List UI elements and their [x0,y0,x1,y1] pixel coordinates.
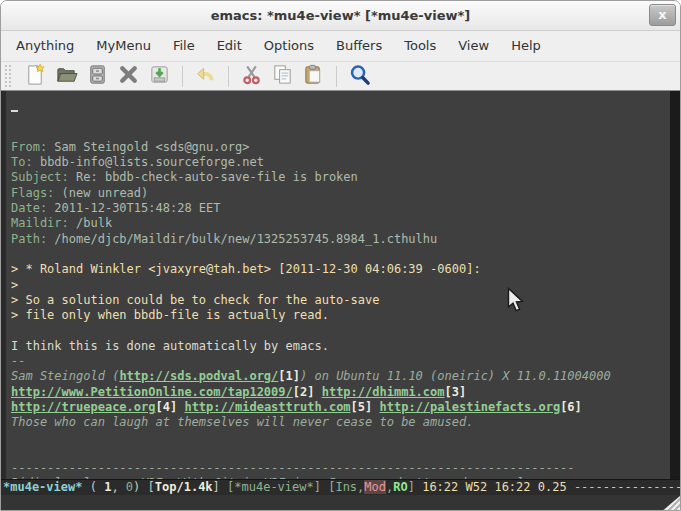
text-segment: ----------------------------------------… [11,461,575,475]
menu-item-tools[interactable]: Tools [393,31,447,61]
file-cabinet-button[interactable] [82,63,113,90]
cut-icon [240,63,263,90]
menu-item-mymenu[interactable]: MyMenu [85,31,162,61]
buffer-line: Date: 2011-12-30T15:48:28 EET [11,201,668,216]
modeline-segment: , [111,480,125,494]
undo-button[interactable] [190,63,221,90]
url-link[interactable]: http://palestinefacts.org [380,400,561,414]
text-segment: Re: bbdb-check-auto-save-file is broken [69,170,358,184]
text-segment: 2011-12-30T15:48:28 EET [47,201,220,215]
text-segment: /home/djcb/Maildir/bulk/new/1325253745.8… [47,232,437,246]
text-segment: To: [11,155,33,169]
text-segment: Those who can laugh at themselves will n… [11,415,473,429]
copy-button[interactable] [267,63,298,90]
url-link[interactable]: http://dhimmi.com [322,385,445,399]
resize-grip-icon[interactable] [662,496,680,511]
url-link[interactable]: http://www.PetitionOnline.com/tap12009/ [11,385,293,399]
close-icon[interactable]: x [649,4,676,26]
message-text: From: Sam Steingold <sds@gnu.org>To: bbd… [11,94,668,479]
buffer-line: Subject: Re: bbdb-check-auto-save-file i… [11,170,668,185]
url-link[interactable]: http://sds.podval.org/ [119,369,278,383]
text-segment: [2] [293,385,315,399]
menu-item-help[interactable]: Help [500,31,552,61]
menu-item-anything[interactable]: Anything [5,31,85,61]
window-title: emacs: *mu4e-view* [*mu4e-view*] [211,8,471,23]
text-segment: Path: [11,232,47,246]
paste-button[interactable] [298,63,329,90]
buffer-line: I think this is done automatically by em… [11,339,668,354]
buffer-line: Path: /home/djcb/Maildir/bulk/new/132525… [11,232,668,247]
buffer-area[interactable]: From: Sam Steingold <sds@gnu.org>To: bbd… [1,90,680,479]
text-segment: Sam Steingold <sds@gnu.org> [47,140,249,154]
modeline-segment: [Ins, [328,480,364,494]
open-folder-button[interactable] [51,63,82,90]
text-segment: [6] [560,400,582,414]
text-segment: [4] [156,400,178,414]
close-buffer-icon [117,63,140,90]
file-cabinet-icon [86,63,109,90]
close-buffer-button[interactable] [113,63,144,90]
search-icon [348,63,371,90]
modeline-segment: --------------- [567,480,680,494]
text-segment: > So a solution could be to check for th… [11,293,379,307]
url-link[interactable]: http://mideasttruth.com [184,400,350,414]
text-cursor [11,110,18,112]
text-segment: ) on Ubuntu 11.10 (oneiric) X 11.0.11004… [300,369,611,383]
cut-button[interactable] [236,63,267,90]
buffer-line: > file only when bbdb-file is actually r… [11,308,668,323]
menu-item-view[interactable]: View [447,31,500,61]
new-file-button[interactable] [20,63,51,90]
buffer-line [11,323,668,338]
text-segment [372,400,379,414]
menu-item-file[interactable]: File [162,31,206,61]
buffer-line: Those who can laugh at themselves will n… [11,415,668,430]
text-segment: > [11,278,18,292]
buffer-line: To: bbdb-info@lists.sourceforge.net [11,155,668,170]
text-segment [314,385,321,399]
modeline-segment: [ [148,480,155,494]
buffer-line [11,431,668,446]
menu-bar: AnythingMyMenuFileEditOptionsBuffersTool… [1,31,680,61]
mode-line[interactable]: *mu4e-view* ( 1, 0) [Top/1.4k] [*mu4e-vi… [1,479,680,495]
menu-item-options[interactable]: Options [253,31,325,61]
url-link[interactable]: http://truepeace.org [11,400,156,414]
tool-bar [1,61,680,90]
text-segment: Date: [11,201,47,215]
search-button[interactable] [344,63,375,90]
text-segment: (new unread) [54,186,148,200]
text-segment: /bulk [69,216,112,230]
modeline-segment: ( [82,480,104,494]
text-segment: [5] [351,400,373,414]
paste-icon [302,63,325,90]
toolbar-handle[interactable] [4,64,12,88]
buffer-line: http://truepeace.org[4] http://mideasttr… [11,400,668,415]
menu-item-buffers[interactable]: Buffers [325,31,393,61]
text-segment: Subject: [11,170,69,184]
vertical-scrollbar[interactable] [670,91,680,479]
text-segment: I think this is done automatically by em… [11,339,329,353]
text-segment: Flags: [11,186,54,200]
buffer-line: > * Roland Winkler <jvaxyre@tah.bet> [20… [11,262,668,277]
echo-area[interactable] [1,495,680,511]
modeline-segment: ) [133,480,147,494]
toolbar-separator [182,66,183,87]
buffer-line: > So a solution could be to check for th… [11,293,668,308]
buffer-line [11,247,668,262]
undo-icon [194,63,217,90]
buffer-line: > [11,278,668,293]
buffer-line: http://www.PetitionOnline.com/tap12009/[… [11,385,668,400]
text-segment: > file only when bbdb-file is actually r… [11,308,329,322]
text-segment: [3] [445,385,467,399]
title-bar[interactable]: emacs: *mu4e-view* [*mu4e-view*] x [1,1,680,31]
left-fringe [1,91,6,479]
modeline-segment: ] [213,480,227,494]
buffer-line: ----------------------------------------… [11,461,668,476]
save-button[interactable] [144,63,175,90]
modeline-segment: [*mu4e-view*] [227,480,321,494]
menu-item-edit[interactable]: Edit [206,31,253,61]
buffer-line: Sam Steingold (http://sds.podval.org/[1]… [11,369,668,384]
new-file-icon [24,63,47,90]
text-segment: > * Roland Winkler <jvaxyre@tah.bet> [20… [11,262,481,276]
text-segment: From: [11,140,47,154]
modeline-segment: Mod [364,480,386,494]
